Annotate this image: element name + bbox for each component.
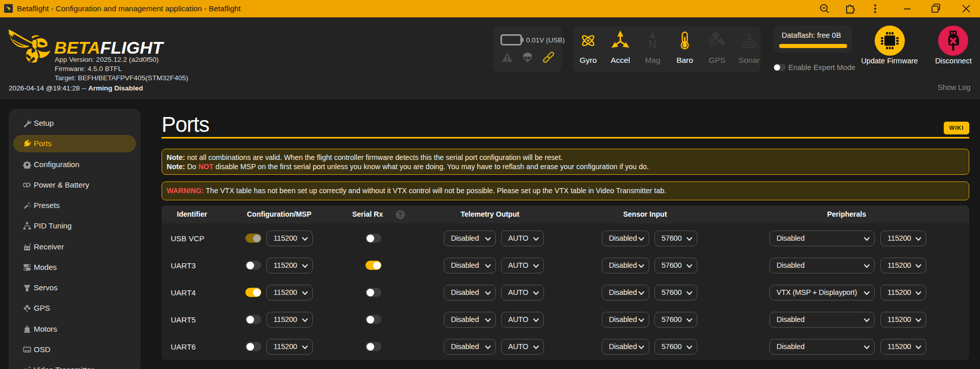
svg-text:N: N [648, 38, 657, 51]
